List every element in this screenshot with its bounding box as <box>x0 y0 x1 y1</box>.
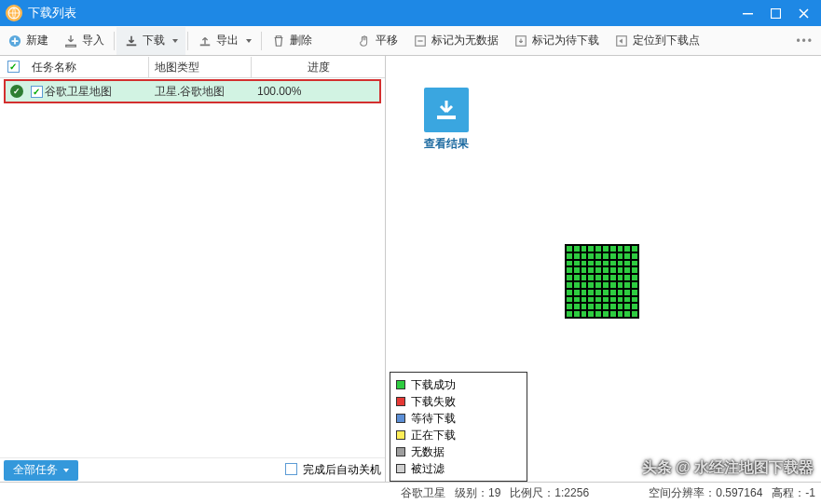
status-level: 级别：19 <box>455 485 500 501</box>
all-tasks-button[interactable]: 全部任务 <box>4 460 78 481</box>
legend-label: 下载成功 <box>411 377 456 393</box>
legend-swatch-downloading <box>396 430 405 440</box>
column-name[interactable]: 任务名称 <box>26 57 149 77</box>
legend: 下载成功 下载失败 等待下载 正在下载 无数据 被过滤 <box>390 372 527 482</box>
svg-rect-2 <box>771 8 780 18</box>
locate-icon <box>614 34 629 48</box>
plus-circle-icon <box>7 34 22 48</box>
legend-label: 被过滤 <box>411 461 445 477</box>
import-label: 导入 <box>82 33 104 48</box>
toolbar-separator <box>114 32 115 50</box>
download-label: 下载 <box>143 33 165 48</box>
mark-todownload-button[interactable]: 标记为待下载 <box>506 27 607 55</box>
status-map: 谷歌卫星 <box>401 485 445 501</box>
legend-label: 下载失败 <box>411 394 456 410</box>
svg-rect-1 <box>743 13 753 15</box>
map-preview-panel: 查看结果 下载成功 下载失败 等待下载 正在下载 无数据 被过滤 头条 @ 水经… <box>386 56 821 482</box>
svg-rect-5 <box>200 44 211 46</box>
toolbar: 新建 导入 下载 导出 删除 平移 标记为无数据 标记为待下载 定位到下载点 •… <box>0 26 821 56</box>
trash-icon <box>271 34 286 48</box>
legend-swatch-waiting <box>396 414 405 423</box>
column-progress[interactable]: 进度 <box>252 57 385 77</box>
tile-grid <box>565 244 639 319</box>
svg-rect-4 <box>127 44 137 46</box>
all-tasks-label: 全部任务 <box>13 462 58 478</box>
mark-download-icon <box>513 34 528 48</box>
statusbar: 谷歌卫星 级别：19 比例尺：1:2256 空间分辨率：0.597164 高程：… <box>0 482 821 504</box>
watermark: 头条 @ 水经注地图下载器 <box>642 458 814 478</box>
column-header-row: 任务名称 地图类型 进度 <box>0 56 385 78</box>
status-elevation: 高程：-1 <box>772 485 815 501</box>
chevron-down-icon <box>172 39 178 43</box>
legend-swatch-success <box>396 380 405 389</box>
locate-label: 定位到下载点 <box>633 33 700 48</box>
view-result-label: 查看结果 <box>416 136 477 152</box>
status-complete-icon <box>6 85 28 98</box>
task-list-panel: 任务名称 地图类型 进度 谷歌卫星地图 卫星.谷歌地图 100.00% 全部任务… <box>0 56 386 482</box>
titlebar: 下载列表 <box>0 0 821 26</box>
mark-nodata-icon <box>413 34 428 48</box>
import-icon <box>63 34 78 48</box>
toolbar-separator <box>187 32 188 50</box>
export-button[interactable]: 导出 <box>190 27 259 55</box>
more-button[interactable]: ••• <box>788 27 821 55</box>
download-arrow-icon <box>424 88 469 132</box>
minimize-button[interactable] <box>733 3 761 23</box>
mark-nodata-button[interactable]: 标记为无数据 <box>405 27 506 55</box>
status-resolution: 空间分辨率：0.597164 <box>649 485 762 501</box>
task-progress: 100.00% <box>257 85 379 98</box>
status-scale: 比例尺：1:2256 <box>510 485 589 501</box>
legend-label: 等待下载 <box>411 411 456 427</box>
new-label: 新建 <box>26 33 48 48</box>
delete-label: 删除 <box>290 33 312 48</box>
pan-button[interactable]: 平移 <box>349 27 405 55</box>
app-logo-icon <box>6 5 22 21</box>
export-label: 导出 <box>216 33 239 48</box>
chevron-down-icon <box>246 39 252 43</box>
pan-label: 平移 <box>376 33 398 48</box>
close-button[interactable] <box>789 3 817 23</box>
select-all-checkbox[interactable] <box>0 61 26 73</box>
toolbar-separator <box>261 32 262 50</box>
legend-swatch-fail <box>396 397 405 406</box>
auto-shutdown-checkbox[interactable] <box>285 463 297 478</box>
legend-swatch-nodata <box>396 447 405 456</box>
maximize-button[interactable] <box>761 3 789 23</box>
view-result-button[interactable]: 查看结果 <box>416 88 477 152</box>
mark-todownload-label: 标记为待下载 <box>532 33 599 48</box>
task-name: 谷歌卫星地图 <box>45 84 155 100</box>
hand-icon <box>357 34 372 48</box>
legend-swatch-filtered <box>396 464 405 473</box>
legend-label: 无数据 <box>411 444 445 460</box>
svg-rect-9 <box>437 116 456 119</box>
locate-button[interactable]: 定位到下载点 <box>607 27 707 55</box>
delete-button[interactable]: 删除 <box>264 27 320 55</box>
legend-label: 正在下载 <box>411 428 456 443</box>
new-button[interactable]: 新建 <box>0 27 56 55</box>
left-footer: 全部任务 完成后自动关机 <box>0 457 385 482</box>
task-type: 卫星.谷歌地图 <box>155 84 257 100</box>
export-icon <box>198 34 212 48</box>
auto-shutdown-label: 完成后自动关机 <box>303 462 381 478</box>
download-icon <box>124 34 139 48</box>
window-title: 下载列表 <box>28 5 733 21</box>
task-row-selected[interactable]: 谷歌卫星地图 卫星.谷歌地图 100.00% <box>4 79 381 103</box>
import-button[interactable]: 导入 <box>56 27 112 55</box>
chevron-down-icon <box>63 469 69 472</box>
column-type[interactable]: 地图类型 <box>149 57 252 77</box>
download-button[interactable]: 下载 <box>116 27 185 55</box>
task-checkbox[interactable] <box>28 86 45 98</box>
mark-nodata-label: 标记为无数据 <box>431 33 499 48</box>
